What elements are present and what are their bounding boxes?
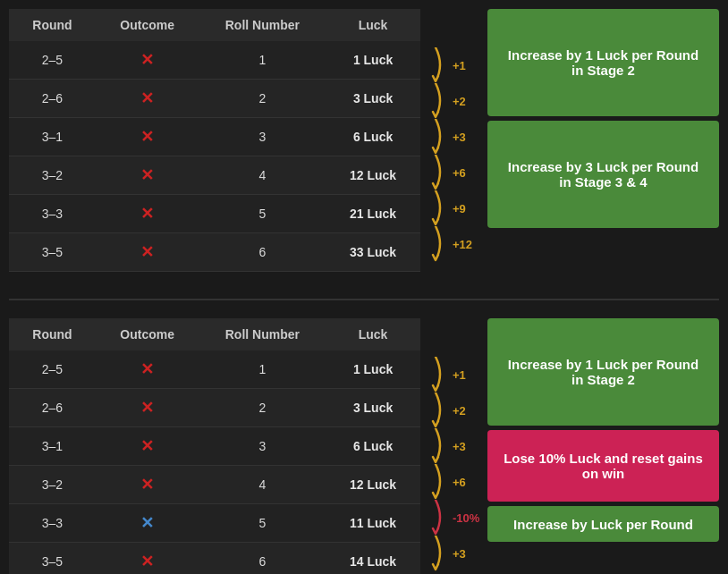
section-2: Round Outcome Roll Number Luck 2–5 ✕ 1 1… bbox=[0, 309, 728, 574]
arrow-icon bbox=[420, 190, 451, 226]
outcome-icon: ✕ bbox=[140, 242, 154, 262]
col-round-2: Round bbox=[9, 318, 96, 350]
arrow-row: +3 bbox=[420, 428, 483, 464]
outcome-cell: ✕ bbox=[96, 389, 199, 427]
arrow-label: +6 bbox=[453, 166, 483, 180]
luck-cell: 14 Luck bbox=[326, 543, 420, 575]
luck-cell: 1 Luck bbox=[326, 41, 420, 80]
side-panels-1: Increase by 1 Luck per Round in Stage 2 … bbox=[487, 9, 719, 228]
arrow-row: -10% bbox=[420, 500, 483, 536]
panel-stage2-2: Increase by 1 Luck per Round in Stage 2 bbox=[487, 318, 719, 426]
outcome-cell: ✕ bbox=[96, 195, 199, 233]
arrow-icon bbox=[420, 155, 451, 190]
round-cell: 2–6 bbox=[9, 389, 96, 427]
outcome-cell: ✕ bbox=[96, 350, 199, 389]
arrow-column-2: +1 +2 +3 +6 bbox=[420, 318, 483, 571]
outcome-icon: ✕ bbox=[140, 552, 154, 571]
panel-stage34-1: Increase by 3 Luck per Round in Stage 3 … bbox=[487, 121, 719, 228]
outcome-icon: ✕ bbox=[140, 165, 154, 185]
arrow-row: +2 bbox=[420, 83, 483, 119]
round-cell: 3–5 bbox=[9, 233, 96, 272]
panel-text: Increase by Luck per Round bbox=[513, 517, 693, 532]
table-layout-1: Round Outcome Roll Number Luck 2–5 ✕ 1 1… bbox=[0, 9, 728, 272]
luck-cell: 1 Luck bbox=[326, 350, 420, 389]
luck-cell: 6 Luck bbox=[326, 118, 420, 156]
table-row: 3–2 ✕ 4 12 Luck bbox=[9, 156, 420, 195]
col-round-1: Round bbox=[9, 9, 96, 41]
arrow-row: +1 bbox=[420, 357, 483, 393]
table-row: 3–1 ✕ 3 6 Luck bbox=[9, 427, 420, 466]
table-row: 2–5 ✕ 1 1 Luck bbox=[9, 350, 420, 389]
roll-cell: 3 bbox=[199, 118, 326, 156]
section-divider bbox=[9, 299, 719, 300]
arrow-label: +9 bbox=[453, 202, 483, 215]
outcome-cell: ✕ bbox=[96, 543, 199, 575]
outcome-icon: ✕ bbox=[140, 89, 154, 108]
col-roll-2: Roll Number bbox=[199, 318, 326, 350]
app-container: Round Outcome Roll Number Luck 2–5 ✕ 1 1… bbox=[0, 0, 728, 574]
table-row: 3–5 ✕ 6 33 Luck bbox=[9, 233, 420, 272]
arrow-row: +3 bbox=[420, 536, 483, 571]
table-row: 2–6 ✕ 2 3 Luck bbox=[9, 80, 420, 118]
luck-cell: 33 Luck bbox=[326, 233, 420, 272]
roll-cell: 3 bbox=[199, 427, 326, 466]
panel-text: Increase by 1 Luck per Round in Stage 2 bbox=[501, 47, 706, 78]
outcome-cell: ✕ bbox=[96, 118, 199, 156]
table-row: 3–1 ✕ 3 6 Luck bbox=[9, 118, 420, 156]
section-1: Round Outcome Roll Number Luck 2–5 ✕ 1 1… bbox=[0, 0, 728, 290]
roll-cell: 2 bbox=[199, 389, 326, 427]
arrow-row: +12 bbox=[420, 226, 483, 262]
outcome-icon: ✕ bbox=[140, 475, 154, 494]
side-panels-2: Increase by 1 Luck per Round in Stage 2 … bbox=[487, 318, 719, 542]
roll-cell: 5 bbox=[199, 504, 326, 543]
arrow-icon bbox=[420, 357, 451, 393]
arrow-icon bbox=[420, 47, 451, 83]
outcome-icon: ✕ bbox=[140, 127, 154, 147]
luck-table-1: Round Outcome Roll Number Luck 2–5 ✕ 1 1… bbox=[9, 9, 420, 272]
luck-cell: 6 Luck bbox=[326, 427, 420, 466]
round-cell: 3–1 bbox=[9, 118, 96, 156]
outcome-cell: ✕ bbox=[96, 41, 199, 80]
arrow-label: +6 bbox=[453, 476, 483, 489]
luck-table-2: Round Outcome Roll Number Luck 2–5 ✕ 1 1… bbox=[9, 318, 420, 574]
col-outcome-1: Outcome bbox=[96, 9, 199, 41]
arrow-icon bbox=[420, 226, 451, 262]
col-roll-1: Roll Number bbox=[199, 9, 326, 41]
arrow-label: +1 bbox=[453, 59, 483, 72]
luck-cell: 3 Luck bbox=[326, 389, 420, 427]
arrow-row: +1 bbox=[420, 47, 483, 83]
table-row: 3–3 ✕ 5 21 Luck bbox=[9, 195, 420, 233]
round-cell: 3–3 bbox=[9, 195, 96, 233]
panel-stage2-1: Increase by 1 Luck per Round in Stage 2 bbox=[487, 9, 719, 116]
col-outcome-2: Outcome bbox=[96, 318, 199, 350]
round-cell: 3–2 bbox=[9, 466, 96, 504]
arrow-row: +3 bbox=[420, 119, 483, 155]
outcome-icon: ✕ bbox=[140, 204, 154, 224]
luck-cell: 12 Luck bbox=[326, 466, 420, 504]
outcome-icon-blue: ✕ bbox=[140, 513, 154, 533]
outcome-icon: ✕ bbox=[140, 398, 154, 418]
round-cell: 3–5 bbox=[9, 543, 96, 575]
table-row: 2–6 ✕ 2 3 Luck bbox=[9, 389, 420, 427]
arrow-label: +2 bbox=[453, 95, 483, 108]
arrow-label: +12 bbox=[453, 238, 483, 251]
outcome-cell: ✕ bbox=[96, 504, 199, 543]
outcome-icon: ✕ bbox=[140, 359, 154, 379]
arrow-label-negative: -10% bbox=[453, 511, 483, 525]
roll-cell: 6 bbox=[199, 233, 326, 272]
panel-lose-luck: Lose 10% Luck and reset gains on win bbox=[487, 430, 719, 502]
round-cell: 2–5 bbox=[9, 350, 96, 389]
arrow-icon bbox=[420, 119, 451, 155]
arrow-icon bbox=[420, 428, 451, 464]
table-row: 2–5 ✕ 1 1 Luck bbox=[9, 41, 420, 80]
arrow-label: +3 bbox=[453, 131, 483, 144]
outcome-icon: ✕ bbox=[140, 436, 154, 456]
table-row: 3–5 ✕ 6 14 Luck bbox=[9, 543, 420, 575]
roll-cell: 5 bbox=[199, 195, 326, 233]
panel-text: Lose 10% Luck and reset gains on win bbox=[501, 451, 706, 481]
roll-cell: 2 bbox=[199, 80, 326, 118]
arrow-label: +3 bbox=[453, 440, 483, 453]
arrow-label: +2 bbox=[453, 404, 483, 418]
arrow-icon bbox=[420, 536, 451, 571]
round-cell: 3–1 bbox=[9, 427, 96, 466]
